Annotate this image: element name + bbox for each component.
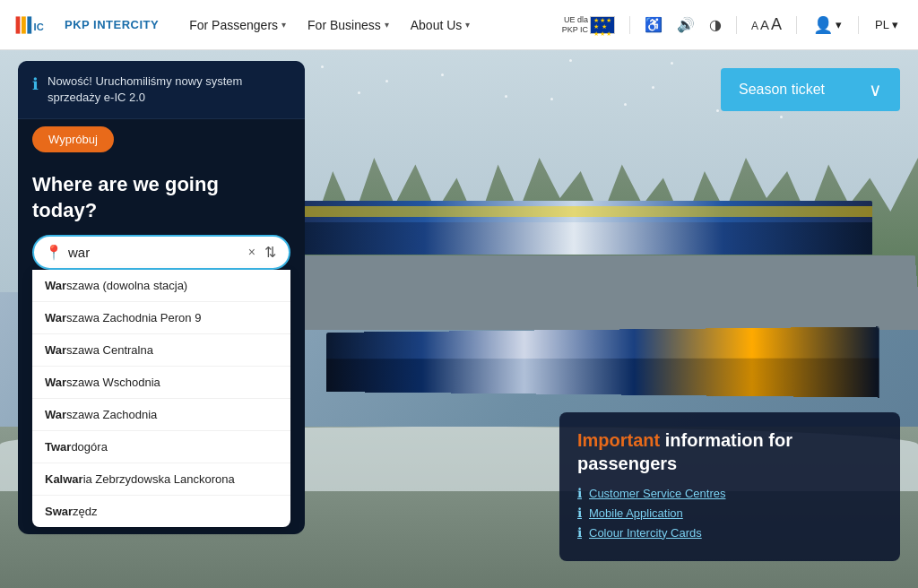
- svg-text:IC: IC: [34, 22, 44, 32]
- svg-rect-1: [16, 16, 21, 33]
- suggestion-item[interactable]: Warszawa Centralna: [32, 334, 290, 367]
- logo-icon: IC: [14, 9, 57, 41]
- accessibility-icon[interactable]: ♿: [641, 14, 666, 35]
- nav-about-us[interactable]: About Us ▾: [402, 13, 480, 38]
- info-title: Important information for passengers: [577, 428, 882, 475]
- search-heading: Where are we going today?: [18, 156, 305, 234]
- season-ticket-label: Season ticket: [739, 82, 825, 98]
- notification-text: Nowość! Uruchomiliśmy nowy system sprzed…: [48, 74, 290, 106]
- info-icon: ℹ: [577, 525, 582, 540]
- info-link-label: Mobile Application: [589, 506, 683, 520]
- suggestion-item[interactable]: Warszawa Wschodnia: [32, 367, 290, 399]
- font-large-button[interactable]: A: [771, 15, 782, 34]
- info-links: ℹCustomer Service CentresℹMobile Applica…: [577, 486, 882, 540]
- info-link-label: Colour Intercity Cards: [589, 526, 702, 540]
- search-input-container: 📍 × ⇅: [32, 235, 290, 270]
- train-yellow-stripe: [275, 206, 872, 217]
- account-icon: 👤: [813, 15, 833, 35]
- font-size-controls: A A A: [751, 15, 782, 34]
- suggestions-dropdown: Warszawa (dowolna stacja)Warszawa Zachod…: [32, 270, 290, 527]
- nav-right: UE dla PKP IC ★★★★ ★★★★ ♿ 🔊 ◑ A A A 👤 ▾ …: [562, 12, 904, 39]
- audio-description-icon[interactable]: 🔊: [673, 14, 698, 35]
- hero-section: Season ticket ∨ ℹ Nowość! Uruchomiliśmy …: [0, 50, 918, 588]
- suggestion-item[interactable]: Warszawa Zachodnia Peron 9: [32, 302, 290, 334]
- search-input[interactable]: [68, 245, 241, 260]
- font-medium-button[interactable]: A: [760, 17, 769, 32]
- separator: [858, 16, 859, 34]
- important-info-box: Important information for passengers ℹCu…: [559, 412, 900, 561]
- eu-flag: ★★★★ ★★★★: [590, 16, 615, 34]
- nav-for-business[interactable]: For Business ▾: [299, 13, 398, 38]
- logo-text: PKP INTERCITY: [65, 18, 159, 31]
- info-icon: ℹ: [32, 74, 39, 94]
- chevron-down-icon: ▾: [465, 20, 470, 30]
- svg-rect-3: [27, 16, 31, 33]
- info-link-label: Customer Service Centres: [589, 487, 725, 500]
- navbar: IC PKP INTERCITY For Passengers ▾ For Bu…: [0, 0, 918, 50]
- eu-badge: UE dla PKP IC ★★★★ ★★★★: [562, 15, 615, 35]
- chevron-down-icon: ∨: [869, 79, 882, 100]
- lower-train: [326, 326, 879, 397]
- suggestion-item[interactable]: Swarzędz: [32, 496, 290, 527]
- suggestion-item[interactable]: Warszawa Zachodnia: [32, 399, 290, 431]
- svg-rect-2: [22, 16, 26, 33]
- wyprobuj-button[interactable]: Wypróbuj: [32, 126, 114, 152]
- swap-stations-icon[interactable]: ⇅: [263, 242, 278, 263]
- account-menu[interactable]: 👤 ▾: [808, 12, 847, 39]
- suggestion-item[interactable]: Warszawa (dowolna stacja): [32, 270, 290, 302]
- info-title-highlight: Important: [577, 430, 660, 450]
- info-icon: ℹ: [577, 506, 582, 520]
- location-pin-icon: 📍: [45, 244, 63, 261]
- language-selector[interactable]: PL ▾: [870, 14, 904, 35]
- info-icon: ℹ: [577, 486, 582, 500]
- info-link-1[interactable]: ℹMobile Application: [577, 506, 882, 520]
- separator: [736, 16, 737, 34]
- suggestion-item[interactable]: Kalwaria Zebrzydowska Lanckorona: [32, 463, 290, 496]
- font-small-button[interactable]: A: [751, 20, 758, 32]
- search-panel: ℹ Nowość! Uruchomiliśmy nowy system sprz…: [18, 61, 305, 534]
- clear-input-button[interactable]: ×: [247, 243, 257, 261]
- notification-bar: ℹ Nowość! Uruchomiliśmy nowy system sprz…: [18, 61, 305, 119]
- info-link-0[interactable]: ℹCustomer Service Centres: [577, 486, 882, 500]
- chevron-down-icon: ▾: [385, 20, 389, 30]
- nav-for-passengers[interactable]: For Passengers ▾: [180, 13, 295, 38]
- season-ticket-button[interactable]: Season ticket ∨: [721, 68, 900, 111]
- separator: [796, 16, 797, 34]
- bridge: [226, 255, 918, 331]
- logo[interactable]: IC PKP INTERCITY: [14, 9, 159, 41]
- nav-links: For Passengers ▾ For Business ▾ About Us…: [180, 13, 561, 38]
- separator: [629, 16, 630, 34]
- chevron-down-icon: ▾: [281, 20, 286, 30]
- suggestion-item[interactable]: Twardogóra: [32, 431, 290, 463]
- contrast-icon[interactable]: ◑: [706, 14, 725, 35]
- info-link-2[interactable]: ℹColour Intercity Cards: [577, 525, 882, 540]
